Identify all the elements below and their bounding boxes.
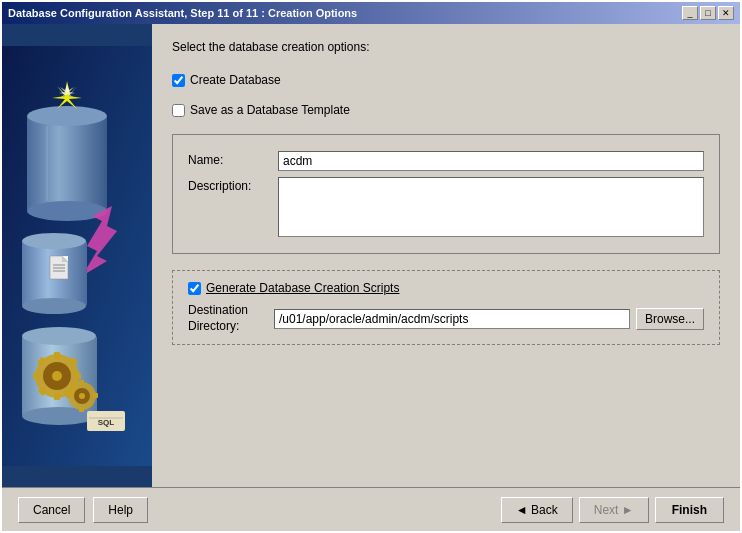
svg-rect-23: [54, 352, 60, 359]
svg-point-19: [22, 407, 96, 425]
svg-point-9: [22, 233, 86, 249]
window-title: Database Configuration Assistant, Step 1…: [8, 7, 357, 19]
next-label: Next: [594, 503, 619, 517]
back-arrow-icon: ◄: [516, 503, 528, 517]
svg-point-10: [22, 298, 86, 314]
minimize-button[interactable]: _: [682, 6, 698, 20]
left-panel: SQL: [2, 24, 152, 487]
bottom-bar: Cancel Help ◄ Back Next ► Finish: [2, 487, 740, 531]
svg-rect-34: [79, 380, 84, 385]
description-row: Description:: [188, 177, 704, 237]
save-template-row: Save as a Database Template: [172, 103, 720, 117]
destination-input[interactable]: [274, 309, 630, 329]
svg-rect-24: [54, 393, 60, 400]
svg-rect-25: [33, 373, 40, 379]
svg-point-2: [27, 106, 107, 126]
generate-scripts-label[interactable]: Generate Database Creation Scripts: [206, 281, 399, 295]
back-label: Back: [531, 503, 558, 517]
destination-row: DestinationDirectory: Browse...: [188, 303, 704, 334]
generate-scripts-checkbox[interactable]: [188, 282, 201, 295]
cancel-button[interactable]: Cancel: [18, 497, 85, 523]
svg-point-22: [52, 371, 62, 381]
save-template-label[interactable]: Save as a Database Template: [190, 103, 350, 117]
main-window: Database Configuration Assistant, Step 1…: [0, 0, 742, 533]
svg-rect-36: [66, 393, 71, 398]
close-button[interactable]: ✕: [718, 6, 734, 20]
finish-button[interactable]: Finish: [655, 497, 724, 523]
right-panel: Select the database creation options: Cr…: [152, 24, 740, 487]
svg-text:SQL: SQL: [98, 418, 115, 427]
content-area: SQL Select the database creation options…: [2, 24, 740, 487]
title-bar-buttons: _ □ ✕: [682, 6, 734, 20]
maximize-button[interactable]: □: [700, 6, 716, 20]
svg-rect-35: [79, 407, 84, 412]
svg-rect-37: [93, 393, 98, 398]
svg-point-3: [27, 201, 107, 221]
destination-label: DestinationDirectory:: [188, 303, 268, 334]
next-arrow-icon: ►: [622, 503, 634, 517]
name-label: Name:: [188, 151, 278, 167]
create-db-row: Create Database: [172, 73, 720, 87]
name-row: Name:: [188, 151, 704, 171]
bottom-left-buttons: Cancel Help: [18, 497, 148, 523]
svg-rect-1: [27, 116, 107, 211]
section-title: Select the database creation options:: [172, 40, 720, 54]
create-db-label[interactable]: Create Database: [190, 73, 281, 87]
description-label: Description:: [188, 177, 278, 193]
scripts-section: Generate Database Creation Scripts Desti…: [172, 270, 720, 345]
back-button[interactable]: ◄ Back: [501, 497, 573, 523]
help-button[interactable]: Help: [93, 497, 148, 523]
browse-button[interactable]: Browse...: [636, 308, 704, 330]
svg-point-33: [79, 393, 85, 399]
scripts-header: Generate Database Creation Scripts: [188, 281, 704, 295]
bottom-right-buttons: ◄ Back Next ► Finish: [501, 497, 724, 523]
save-template-checkbox[interactable]: [172, 104, 185, 117]
name-input[interactable]: [278, 151, 704, 171]
generate-scripts-label-text: Generate Database Creation Scripts: [206, 281, 399, 295]
description-input[interactable]: [278, 177, 704, 237]
next-button[interactable]: Next ►: [579, 497, 649, 523]
svg-rect-26: [74, 373, 81, 379]
create-db-checkbox[interactable]: [172, 74, 185, 87]
illustration-svg: SQL: [2, 46, 152, 466]
title-bar: Database Configuration Assistant, Step 1…: [2, 2, 740, 24]
svg-point-18: [22, 327, 96, 345]
template-form-section: Name: Description:: [172, 134, 720, 254]
